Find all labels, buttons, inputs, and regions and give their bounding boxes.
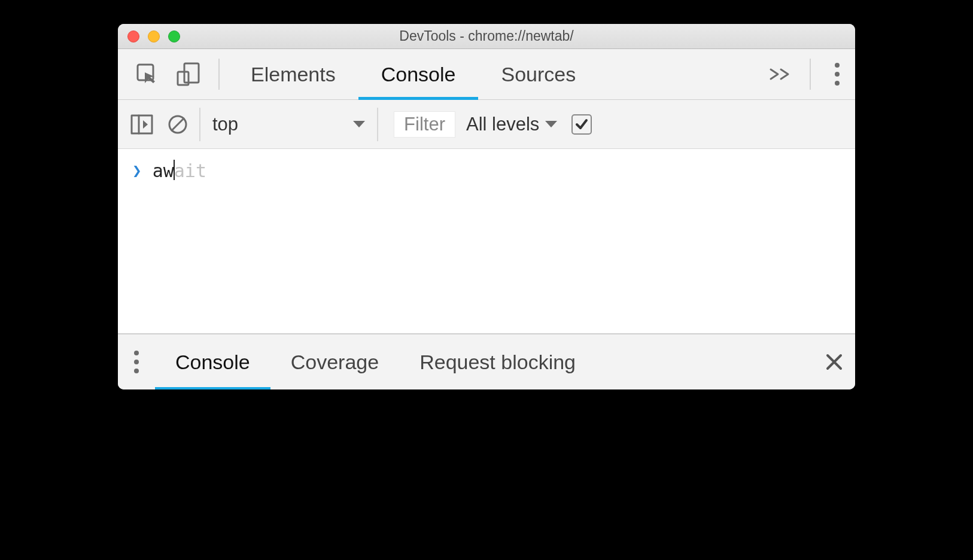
console-input[interactable]: await [153, 160, 206, 181]
close-drawer-button[interactable] [813, 353, 855, 371]
svg-point-5 [835, 81, 840, 86]
svg-point-10 [134, 351, 139, 355]
tab-label: Console [175, 351, 250, 374]
tab-label: Console [381, 63, 456, 86]
drawer-tabbar: Console Coverage Request blocking [118, 333, 855, 389]
autocomplete-suggestion: ait [174, 160, 206, 181]
sidebar-toggle-icon[interactable] [124, 114, 160, 135]
tab-label: Coverage [291, 351, 379, 374]
tab-label: Sources [501, 63, 576, 86]
svg-point-3 [835, 63, 840, 68]
drawer-tab-request-blocking[interactable]: Request blocking [399, 334, 596, 389]
settings-checkbox[interactable] [571, 114, 592, 135]
tab-elements[interactable]: Elements [228, 49, 358, 99]
tab-sources[interactable]: Sources [478, 49, 598, 99]
device-toggle-icon[interactable] [168, 62, 210, 87]
svg-point-12 [134, 369, 139, 373]
svg-point-11 [134, 360, 139, 364]
tab-label: Elements [251, 63, 336, 86]
console-toolbar: top Filter All levels [118, 100, 855, 149]
typed-text: aw [153, 160, 174, 181]
drawer-kebab-menu-icon[interactable] [118, 349, 155, 375]
devtools-window: DevTools - chrome://newtab/ Elements Con… [118, 24, 855, 389]
main-tabbar: Elements Console Sources [118, 49, 855, 100]
tab-console[interactable]: Console [358, 49, 479, 99]
close-icon [825, 353, 843, 371]
checkmark-icon [575, 118, 588, 130]
execution-context-value: top [212, 114, 238, 135]
console-prompt-line: ❯ await [132, 160, 841, 181]
tab-label: Request blocking [419, 351, 576, 374]
svg-rect-1 [184, 63, 199, 83]
svg-rect-6 [132, 115, 152, 133]
clear-console-icon[interactable] [160, 114, 196, 135]
divider [218, 59, 220, 90]
kebab-menu-icon[interactable] [819, 62, 855, 87]
chevron-down-icon [544, 120, 558, 129]
log-levels-label: All levels [466, 114, 539, 135]
divider [810, 59, 811, 90]
console-input-area[interactable]: ❯ await [118, 149, 855, 333]
filter-input[interactable]: Filter [394, 111, 455, 138]
drawer-tab-console[interactable]: Console [155, 334, 270, 389]
window-title: DevTools - chrome://newtab/ [118, 28, 855, 44]
more-tabs-icon[interactable] [759, 67, 801, 81]
svg-point-4 [835, 72, 840, 77]
inspect-element-icon[interactable] [126, 62, 168, 87]
log-levels-dropdown[interactable]: All levels [466, 114, 558, 135]
svg-line-9 [172, 118, 184, 130]
execution-context-dropdown[interactable]: top [206, 108, 378, 141]
titlebar[interactable]: DevTools - chrome://newtab/ [118, 24, 855, 49]
prompt-chevron-icon: ❯ [132, 162, 142, 179]
filter-placeholder: Filter [404, 114, 445, 135]
drawer-tab-coverage[interactable]: Coverage [270, 334, 399, 389]
chevron-down-icon [352, 120, 366, 129]
